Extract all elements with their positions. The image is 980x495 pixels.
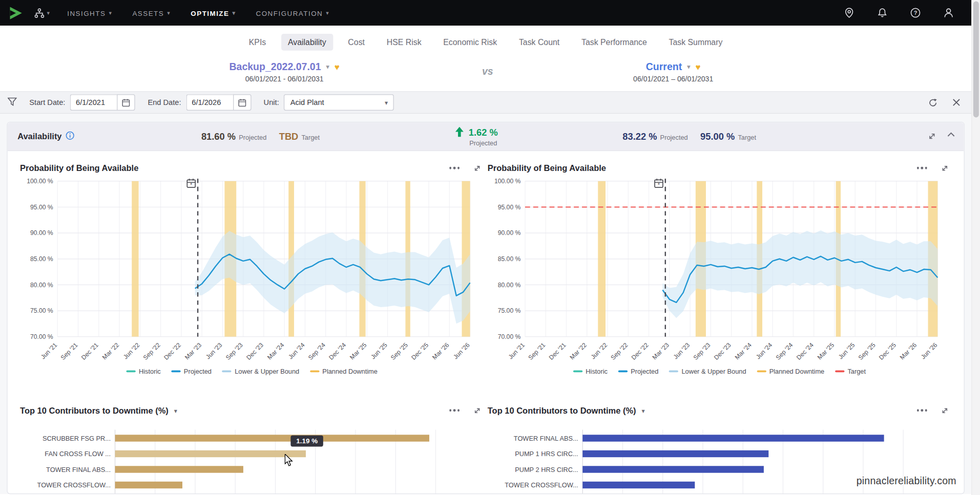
location-icon[interactable]: [844, 8, 854, 18]
chart-menu-icon[interactable]: [449, 167, 460, 169]
collapse-chevron-up-icon[interactable]: [947, 132, 955, 140]
bar-2[interactable]: [115, 466, 243, 472]
scrollbar-thumb[interactable]: [973, 1, 979, 117]
mouse-cursor: [284, 454, 294, 470]
legend-item: Projected: [171, 367, 212, 375]
chart-expand-icon[interactable]: [473, 164, 482, 172]
watermark-text: pinnaclereliability.com: [857, 476, 956, 487]
svg-text:Dec '22: Dec '22: [162, 341, 182, 361]
nav-item-optimize[interactable]: OPTIMIZE▾: [191, 9, 236, 17]
svg-text:Dec '24: Dec '24: [327, 341, 347, 361]
app-logo-icon[interactable]: [9, 6, 23, 20]
main-content: Availability 81.60 % Projected TBD Targe…: [0, 114, 971, 494]
svg-text:?: ?: [914, 10, 918, 16]
tab-kpis[interactable]: KPIs: [242, 33, 273, 50]
favorite-heart-icon[interactable]: ♥: [695, 62, 700, 72]
bar-1[interactable]: [582, 450, 768, 457]
svg-text:FAN CROSS FLOW ...: FAN CROSS FLOW ...: [45, 450, 111, 458]
svg-text:Jun '25: Jun '25: [369, 341, 389, 361]
svg-text:Sep '24: Sep '24: [775, 341, 795, 361]
bar-0[interactable]: [582, 435, 884, 441]
scenario-left-name[interactable]: Backup_2022.07.01: [229, 61, 321, 73]
favorite-heart-icon[interactable]: ♥: [335, 62, 340, 72]
downtime-left-chart[interactable]: SCRUBBER FSG PR...FAN CROSS FLOW ...TOWE…: [20, 419, 484, 494]
availability-card: Availability 81.60 % Projected TBD Targe…: [7, 122, 964, 494]
svg-text:70.00 %: 70.00 %: [498, 333, 521, 340]
tab-task-performance[interactable]: Task Performance: [575, 33, 654, 50]
left-projected-label: Projected: [239, 134, 266, 141]
help-icon[interactable]: ?: [910, 8, 921, 18]
prob-available-right-chart[interactable]: 100.00 %95.00 %90.00 %85.00 %80.00 %75.0…: [488, 176, 951, 363]
chevron-down-icon[interactable]: ▾: [174, 407, 177, 414]
vertical-scrollbar[interactable]: [971, 0, 980, 495]
unit-select[interactable]: Acid Plant ▾: [284, 94, 394, 111]
nav-item-configuration[interactable]: CONFIGURATION▾: [256, 9, 330, 17]
bar-tooltip: 1.19 %: [290, 435, 323, 446]
svg-text:Dec '24: Dec '24: [795, 341, 815, 361]
svg-text:95.00 %: 95.00 %: [30, 204, 53, 211]
reset-filters-icon[interactable]: [928, 98, 937, 107]
chart-expand-icon[interactable]: [941, 164, 949, 172]
chevron-down-icon: ▾: [47, 10, 50, 16]
prob-available-left-chart[interactable]: 100.00 %95.00 %90.00 %85.00 %80.00 %75.0…: [20, 176, 484, 363]
tab-economic-risk[interactable]: Economic Risk: [436, 33, 504, 50]
downtime-left-panel: Top 10 Contributors to Downtime (%) ▾ SC…: [20, 402, 484, 494]
close-icon[interactable]: [953, 99, 961, 106]
delta-value: 1.62 %: [469, 127, 498, 138]
bar-3[interactable]: [115, 482, 182, 488]
svg-text:SCRUBBER FSG PR...: SCRUBBER FSG PR...: [43, 435, 111, 442]
start-date-calendar-button[interactable]: [117, 94, 135, 111]
chevron-down-icon: ▾: [326, 10, 329, 16]
right-projected-value: 83.22 %: [622, 131, 657, 142]
nav-right-icons: ?: [844, 8, 963, 18]
scenario-comparison-header: Backup_2022.07.01 ▾ ♥ 06/01/2021 - 06/01…: [0, 58, 971, 91]
hierarchy-selector[interactable]: ▾: [34, 8, 50, 18]
svg-text:PUMP 2 HRS CIRC...: PUMP 2 HRS CIRC...: [515, 466, 578, 474]
chart-expand-icon[interactable]: [473, 406, 482, 415]
chevron-down-icon[interactable]: ▾: [326, 63, 329, 71]
svg-text:85.00 %: 85.00 %: [30, 255, 53, 263]
end-date-calendar-button[interactable]: [233, 94, 251, 111]
end-date-input[interactable]: [186, 94, 233, 111]
filter-funnel-icon[interactable]: [8, 97, 17, 108]
bar-1[interactable]: [115, 450, 306, 457]
scenario-right-name[interactable]: Current: [646, 61, 682, 73]
bar-0[interactable]: [115, 435, 429, 441]
svg-text:*: *: [658, 182, 660, 188]
svg-text:Jun '25: Jun '25: [837, 341, 857, 361]
svg-text:Sep '23: Sep '23: [224, 341, 244, 361]
delta-up-arrow-icon: [455, 127, 464, 140]
svg-text:Mar '23: Mar '23: [651, 341, 671, 361]
end-date-label: End Date:: [148, 98, 181, 107]
chevron-down-icon: ▾: [233, 10, 236, 16]
chart-menu-icon[interactable]: [916, 167, 927, 169]
tab-task-summary[interactable]: Task Summary: [662, 33, 729, 50]
bar-2[interactable]: [582, 466, 764, 472]
nav-item-insights[interactable]: INSIGHTS▾: [67, 9, 112, 17]
chart-menu-icon[interactable]: [916, 410, 927, 412]
bar-3[interactable]: [582, 482, 695, 488]
svg-text:75.00 %: 75.00 %: [498, 307, 521, 314]
chevron-down-icon[interactable]: ▾: [642, 407, 645, 414]
svg-text:Mar '25: Mar '25: [348, 341, 368, 361]
start-date-input[interactable]: [70, 94, 117, 111]
nav-item-assets[interactable]: ASSETS▾: [132, 9, 171, 17]
tab-cost[interactable]: Cost: [341, 33, 371, 50]
top-nav: ▾ INSIGHTS▾ASSETS▾OPTIMIZE▾CONFIGURATION…: [0, 0, 971, 26]
expand-section-icon[interactable]: [928, 132, 936, 140]
tab-availability[interactable]: Availability: [281, 33, 333, 50]
chevron-down-icon[interactable]: ▾: [687, 63, 691, 71]
tab-hse-risk[interactable]: HSE Risk: [380, 33, 428, 50]
svg-text:Sep '21: Sep '21: [527, 341, 547, 361]
plan-date-calendar-icon: *: [187, 179, 195, 188]
svg-text:Jun '23: Jun '23: [672, 341, 692, 361]
info-icon[interactable]: [66, 131, 74, 142]
svg-text:Dec '22: Dec '22: [630, 341, 650, 361]
notifications-bell-icon[interactable]: [877, 8, 888, 18]
tab-task-count[interactable]: Task Count: [512, 33, 566, 50]
chart-menu-icon[interactable]: [449, 410, 460, 412]
user-profile-icon[interactable]: [943, 8, 954, 18]
svg-text:Jun '24: Jun '24: [287, 341, 306, 361]
svg-text:TOWER FINAL ABS...: TOWER FINAL ABS...: [514, 435, 578, 442]
chart-expand-icon[interactable]: [941, 406, 949, 415]
